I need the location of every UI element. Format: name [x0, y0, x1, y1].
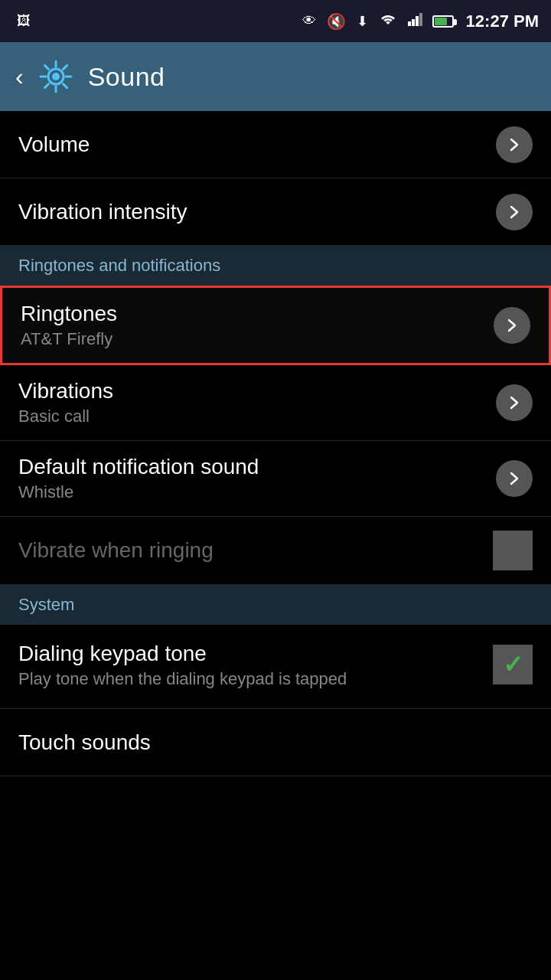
eye-status-icon: 👁 [302, 13, 316, 29]
default-notification-text: Default notification sound Whistle [18, 455, 259, 502]
svg-rect-0 [408, 21, 411, 26]
default-notification-item[interactable]: Default notification sound Whistle [0, 441, 551, 517]
volume-title: Volume [18, 132, 90, 157]
status-time: 12:27 PM [466, 11, 539, 31]
vibrations-title: Vibrations [18, 379, 113, 403]
wifi-status-icon [379, 12, 397, 30]
checkmark-icon: ✓ [503, 650, 523, 679]
vibrate-when-ringing-checkbox[interactable] [493, 531, 533, 570]
signal-status-icon [408, 12, 423, 30]
default-notification-title: Default notification sound [18, 455, 259, 479]
volume-text: Volume [18, 132, 90, 157]
system-section-header: System [0, 585, 551, 625]
vibrations-chevron[interactable] [496, 384, 533, 421]
ringtones-item[interactable]: Ringtones AT&T Firefly [0, 286, 551, 365]
dialing-keypad-subtitle: Play tone when the dialing keypad is tap… [18, 669, 347, 689]
back-button[interactable]: ‹ [15, 63, 24, 91]
default-notification-chevron[interactable] [496, 460, 533, 497]
dialing-keypad-checkbox[interactable]: ✓ [493, 645, 533, 684]
svg-line-11 [63, 84, 67, 88]
vibrations-subtitle: Basic call [18, 407, 113, 426]
svg-line-13 [44, 84, 48, 88]
touch-sounds-title: Touch sounds [18, 730, 151, 755]
vibrate-when-ringing-item[interactable]: Vibrate when ringing [0, 517, 551, 585]
dialing-keypad-item[interactable]: Dialing keypad tone Play tone when the d… [0, 625, 551, 709]
ringtones-chevron[interactable] [494, 307, 530, 344]
touch-sounds-item[interactable]: Touch sounds [0, 709, 551, 776]
dialing-keypad-text: Dialing keypad tone Play tone when the d… [18, 642, 347, 689]
ringtones-subtitle: AT&T Firefly [21, 329, 117, 349]
download-status-icon: ⬇ [357, 13, 368, 30]
svg-point-5 [52, 73, 60, 80]
ringtones-text: Ringtones AT&T Firefly [21, 302, 117, 349]
svg-rect-3 [419, 13, 422, 26]
vibrations-text: Vibrations Basic call [18, 379, 113, 426]
svg-rect-1 [412, 19, 415, 26]
vibrations-item[interactable]: Vibrations Basic call [0, 365, 551, 441]
mute-status-icon: 🔇 [327, 12, 346, 31]
app-bar: ‹ Sound [0, 42, 551, 111]
settings-content: Volume Vibration intensity Ringtones and… [0, 111, 551, 776]
volume-item[interactable]: Volume [0, 111, 551, 178]
gear-icon [36, 57, 76, 96]
vibration-intensity-title: Vibration intensity [18, 200, 187, 224]
vibration-intensity-text: Vibration intensity [18, 200, 187, 224]
volume-chevron[interactable] [496, 126, 533, 163]
ringtones-title: Ringtones [21, 302, 117, 326]
svg-line-10 [44, 65, 48, 69]
battery-status-icon [432, 15, 454, 28]
svg-rect-2 [416, 16, 419, 26]
ringtones-section-header: Ringtones and notifications [0, 246, 551, 286]
page-title: Sound [88, 62, 165, 92]
ringtones-section-label: Ringtones and notifications [18, 256, 220, 276]
vibration-intensity-chevron[interactable] [496, 194, 533, 230]
vibrate-when-ringing-text: Vibrate when ringing [18, 538, 214, 563]
status-bar: 🖼 👁 🔇 ⬇ 12:27 PM [0, 0, 551, 42]
system-section-label: System [18, 595, 74, 615]
touch-sounds-text: Touch sounds [18, 730, 151, 755]
svg-line-12 [63, 65, 67, 69]
vibrate-when-ringing-title: Vibrate when ringing [18, 538, 214, 563]
vibration-intensity-item[interactable]: Vibration intensity [0, 178, 551, 246]
dialing-keypad-title: Dialing keypad tone [18, 642, 347, 666]
image-status-icon: 🖼 [17, 13, 31, 29]
default-notification-subtitle: Whistle [18, 482, 259, 502]
